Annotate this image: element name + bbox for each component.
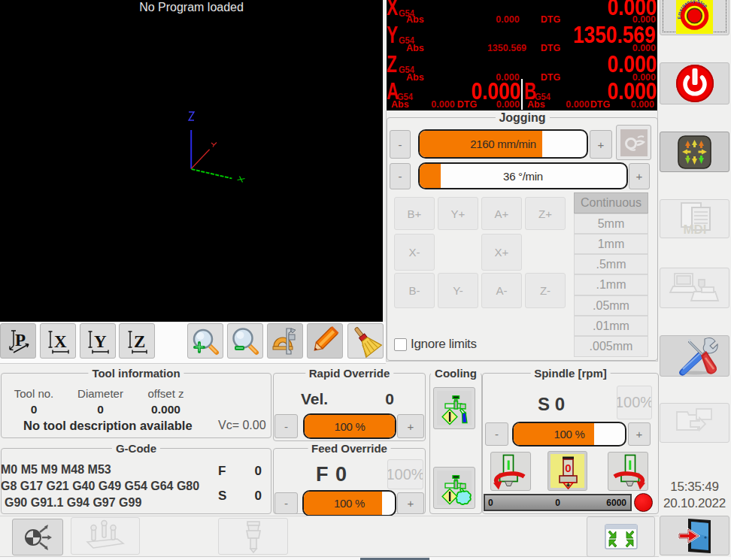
svg-text:Z: Z [134, 332, 145, 351]
svg-text:MDI: MDI [683, 222, 706, 237]
svg-text:Y: Y [94, 332, 107, 351]
svg-text:0: 0 [565, 462, 571, 474]
svg-text:X: X [54, 332, 67, 351]
